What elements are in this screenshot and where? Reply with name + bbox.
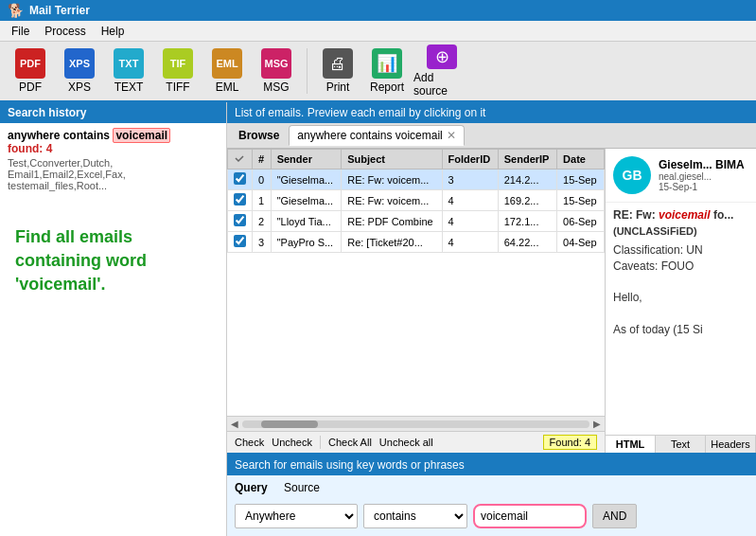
scroll-track[interactable]	[242, 420, 589, 428]
check-bar: Check Uncheck Check All Uncheck all Foun…	[227, 431, 605, 453]
row-checkbox[interactable]	[228, 170, 253, 190]
menu-help[interactable]: Help	[94, 23, 132, 40]
main-area: Search history anywhere contains voicema…	[0, 102, 756, 536]
preview-name: Gieselm... BIMA	[659, 158, 745, 171]
col-subject[interactable]: Subject	[342, 150, 442, 170]
row-senderip: 169.2...	[498, 190, 556, 211]
pdf-label: PDF	[19, 80, 42, 94]
subject-voicemail: voicemail	[659, 208, 711, 222]
msg-icon: MSG	[261, 48, 291, 79]
toolbar-pdf-button[interactable]: PDF PDF	[8, 45, 53, 98]
left-panel: Search history anywhere contains voicema…	[0, 102, 227, 536]
add-source-icon: ⊕	[427, 45, 457, 69]
row-checkbox[interactable]	[228, 190, 253, 211]
row-subject: Re: [Ticket#20...	[342, 232, 442, 253]
query-label: Query	[235, 481, 273, 494]
email-list-area: List of emails. Preview each email by cl…	[227, 102, 756, 453]
scroll-left-icon[interactable]: ◀	[231, 419, 238, 429]
search-value-input[interactable]	[473, 504, 587, 528]
col-senderip[interactable]: SenderIP	[498, 150, 556, 170]
row-date: 15-Sep	[557, 170, 605, 190]
preview-tab-headers[interactable]: Headers	[706, 436, 756, 453]
tab-bar: Browse anywhere contains voicemail ✕	[227, 123, 756, 149]
search-tab[interactable]: anywhere contains voicemail ✕	[289, 125, 464, 146]
print-icon: 🖨	[323, 48, 353, 79]
row-folderid: 4	[442, 211, 498, 232]
toolbar-report-button[interactable]: 📊 Report	[364, 45, 410, 98]
eml-label: EML	[216, 80, 239, 94]
col-date[interactable]: Date	[557, 150, 605, 170]
row-senderip: 214.2...	[498, 170, 556, 190]
toolbar-add-source-button[interactable]: ⊕ Add source	[413, 45, 470, 98]
row-sender: "Gieselma...	[271, 190, 342, 211]
tab-close-icon[interactable]: ✕	[447, 129, 456, 142]
subject-suffix: fo...	[711, 208, 734, 222]
col-num[interactable]: #	[253, 150, 272, 170]
app-icon: 🐕	[8, 3, 24, 18]
search-panel-header: Search for emails using key words or phr…	[227, 455, 756, 475]
and-button[interactable]: AND	[592, 504, 637, 528]
horizontal-scrollbar[interactable]: ◀ ▶	[227, 416, 605, 431]
check-button[interactable]: Check	[235, 437, 264, 448]
history-query: anywhere contains voicemail	[8, 129, 219, 142]
history-item[interactable]: anywhere contains voicemail found: 4 Tes…	[0, 123, 226, 197]
scroll-right-icon[interactable]: ▶	[593, 419, 601, 429]
app-title: Mail Terrier	[29, 4, 90, 17]
preview-tab-text[interactable]: Text	[656, 436, 706, 453]
toolbar-msg-button[interactable]: MSG MSG	[254, 45, 299, 98]
separator	[320, 436, 321, 449]
table-row[interactable]: 1 "Gieselma... RE: Fw: voicem... 4 169.2…	[228, 190, 605, 211]
preview-tab-html[interactable]: HTML	[606, 436, 656, 453]
uncheck-all-button[interactable]: Uncheck all	[379, 437, 433, 448]
browse-label: Browse	[231, 125, 287, 146]
toolbar-eml-button[interactable]: EML EML	[204, 45, 250, 98]
find-text-annotation: Find all emailscontaining word'voicemail…	[0, 197, 226, 326]
toolbar-text-button[interactable]: TXT TEXT	[106, 45, 151, 98]
toolbar-print-button[interactable]: 🖨 Print	[315, 45, 360, 98]
col-folderid[interactable]: FolderID	[442, 150, 498, 170]
menu-process[interactable]: Process	[37, 23, 93, 40]
row-subject: RE: PDF Combine	[342, 211, 442, 232]
condition-select[interactable]: contains does not contain starts with en…	[363, 504, 467, 528]
query-prefix: anywhere contains	[8, 129, 113, 142]
row-senderip: 172.1...	[498, 211, 556, 232]
row-checkbox[interactable]	[228, 211, 253, 232]
xps-label: XPS	[68, 80, 91, 94]
row-subject: RE: Fw: voicem...	[342, 190, 442, 211]
table-row[interactable]: 3 "PayPro S... Re: [Ticket#20... 4 64.22…	[228, 232, 605, 253]
table-row[interactable]: 2 "Lloyd Tia... RE: PDF Combine 4 172.1.…	[228, 211, 605, 232]
query-word: voicemail	[113, 128, 170, 143]
eml-icon: EML	[212, 48, 242, 79]
row-checkbox[interactable]	[228, 232, 253, 253]
history-found: found: 4	[8, 142, 219, 155]
row-folderid: 4	[442, 190, 498, 211]
email-table: # Sender Subject FolderID SenderIP Date	[227, 149, 605, 253]
toolbar-xps-button[interactable]: XPS XPS	[57, 45, 102, 98]
preview-panel: GB Gieselm... BIMA neal.giesel... 15-Sep…	[605, 149, 756, 453]
preview-tabs: HTML Text Headers	[606, 435, 756, 453]
toolbar-tiff-button[interactable]: TIF TIFF	[155, 45, 201, 98]
col-sender[interactable]: Sender	[271, 150, 342, 170]
title-bar: 🐕 Mail Terrier	[0, 0, 756, 21]
uncheck-button[interactable]: Uncheck	[272, 437, 312, 448]
scroll-thumb[interactable]	[261, 420, 318, 428]
row-num: 3	[253, 232, 272, 253]
avatar: GB	[613, 156, 651, 194]
check-all-button[interactable]: Check All	[328, 437, 372, 448]
text-label: TEXT	[114, 80, 144, 94]
tiff-icon: TIF	[163, 48, 193, 79]
found-badge: Found: 4	[543, 435, 597, 450]
pdf-icon: PDF	[15, 48, 45, 79]
row-date: 15-Sep	[557, 190, 605, 211]
row-senderip: 64.22...	[498, 232, 556, 253]
table-row[interactable]: 0 "Gieselma... RE: Fw: voicem... 3 214.2…	[228, 170, 605, 190]
row-num: 1	[253, 190, 272, 211]
menu-file[interactable]: File	[4, 23, 37, 40]
toolbar-separator	[307, 48, 308, 94]
search-fields: Anywhere Subject Sender Recipient Body c…	[227, 500, 756, 536]
search-history-header: Search history	[0, 102, 226, 123]
row-folderid: 3	[442, 170, 498, 190]
preview-email: neal.giesel...	[659, 171, 745, 182]
source-select[interactable]: Anywhere Subject Sender Recipient Body	[235, 504, 358, 528]
col-check	[228, 150, 253, 170]
